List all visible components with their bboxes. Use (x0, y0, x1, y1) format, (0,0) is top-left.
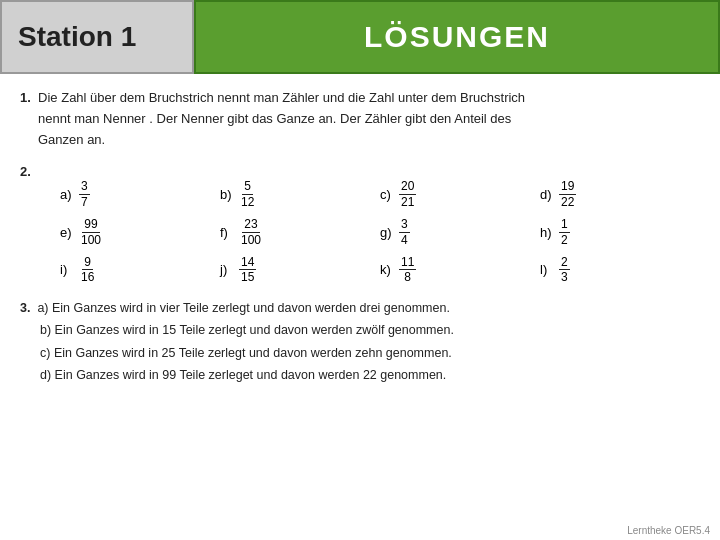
frac-e: e) 99 100 (60, 217, 220, 247)
fraction-e: 99 100 (79, 217, 103, 247)
fraction-l: 2 3 (559, 255, 570, 285)
losungen-box: LÖSUNGEN (194, 0, 720, 74)
section2: 2. a) 3 7 b) 5 12 (20, 164, 700, 284)
fraction-g: 3 4 (399, 217, 410, 247)
section2-number: 2. (20, 164, 31, 179)
frac-c: c) 20 21 (380, 179, 540, 209)
main-content: 1. Die Zahl über dem Bruchstrich nennt m… (0, 74, 720, 397)
frac-items-row3: i) 9 16 j) 14 15 k) 11 (60, 255, 700, 285)
section3-item-d: d) Ein Ganzes wird in 99 Teile zerleget … (20, 364, 700, 387)
fraction-h: 1 2 (559, 217, 570, 247)
station-title: Station 1 (18, 21, 136, 53)
section2-row3: i) 9 16 j) 14 15 k) 11 (30, 255, 700, 285)
frac-j: j) 14 15 (220, 255, 380, 285)
footer: Lerntheke OER5.4 (627, 525, 710, 536)
frac-h: h) 1 2 (540, 217, 700, 247)
section1-line2: nennt man Nenner . Der Nenner gibt das G… (38, 109, 511, 130)
fraction-j: 14 15 (239, 255, 256, 285)
frac-f: f) 23 100 (220, 217, 380, 247)
station-box: Station 1 (0, 0, 194, 74)
frac-items-row2: e) 99 100 f) 23 100 g) 3 (60, 217, 700, 247)
section1-text: 1. Die Zahl über dem Bruchstrich nennt m… (20, 88, 700, 150)
section1-number: 1. (20, 90, 31, 105)
section3-number: 3. (20, 301, 30, 315)
frac-d: d) 19 22 (540, 179, 700, 209)
footer-text: Lerntheke OER5.4 (627, 525, 710, 536)
frac-k: k) 11 8 (380, 255, 540, 285)
section3-item-a: 3. a) Ein Ganzes wird in vier Teile zerl… (20, 297, 700, 320)
section3: 3. a) Ein Ganzes wird in vier Teile zerl… (20, 297, 700, 387)
frac-a-den: 7 (79, 195, 90, 209)
frac-l: l) 2 3 (540, 255, 700, 285)
section2-row1: a) 3 7 b) 5 12 c) 20 (30, 179, 700, 209)
frac-g: g) 3 4 (380, 217, 540, 247)
frac-a-num: 3 (79, 179, 90, 194)
fraction-i: 9 16 (79, 255, 96, 285)
fraction-b: 5 12 (239, 179, 256, 209)
section2-row2: e) 99 100 f) 23 100 g) 3 (30, 217, 700, 247)
section3-item-c: c) Ein Ganzes wird in 25 Teile zerlegt u… (20, 342, 700, 365)
section1-line1: Die Zahl über dem Bruchstrich nennt man … (38, 90, 525, 105)
section3-item-b: b) Ein Ganzes wird in 15 Teile zerlegt u… (20, 319, 700, 342)
frac-b: b) 5 12 (220, 179, 380, 209)
fraction-d: 19 22 (559, 179, 576, 209)
fraction-c: 20 21 (399, 179, 416, 209)
section1: 1. Die Zahl über dem Bruchstrich nennt m… (20, 88, 700, 150)
frac-i: i) 9 16 (60, 255, 220, 285)
fraction-f: 23 100 (239, 217, 263, 247)
losungen-title: LÖSUNGEN (364, 20, 550, 54)
section1-line3: Ganzen an. (38, 130, 105, 151)
fraction-k: 11 8 (399, 255, 416, 285)
fraction-a: 3 7 (79, 179, 90, 209)
frac-items-row1: a) 3 7 b) 5 12 c) 20 (60, 179, 700, 209)
frac-a: a) 3 7 (60, 179, 220, 209)
